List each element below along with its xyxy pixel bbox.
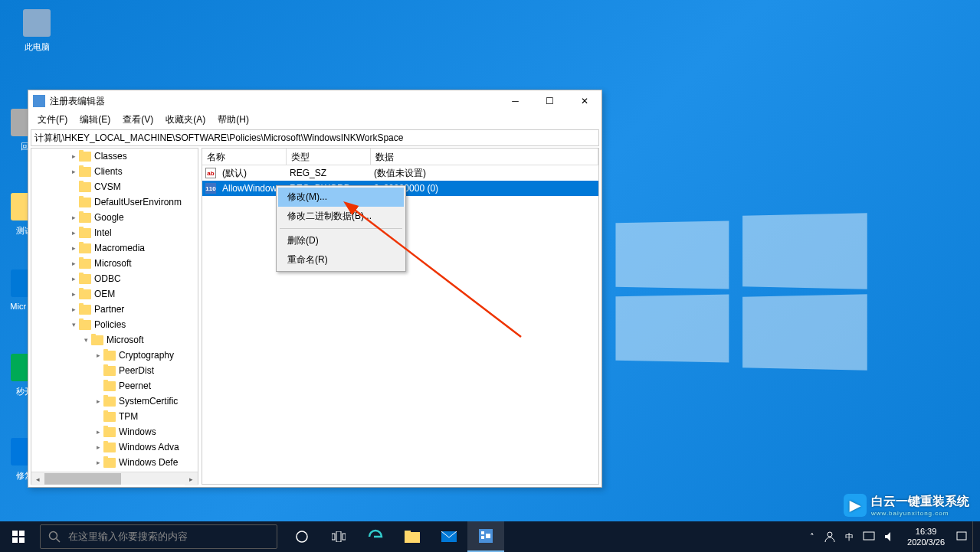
svg-rect-13 <box>486 534 490 538</box>
menu-item[interactable]: 帮助(H) <box>211 112 255 128</box>
regedit-taskbar-icon[interactable] <box>467 521 504 552</box>
tree-expander-icon[interactable]: ▸ <box>93 351 103 359</box>
folder-icon <box>79 320 91 330</box>
tree-label: Intel <box>94 227 112 238</box>
tree-node[interactable]: ▸Microsoft <box>31 256 198 271</box>
tree-expander-icon[interactable]: ▸ <box>93 459 103 466</box>
tree-expander-icon[interactable]: ▸ <box>93 428 103 436</box>
tree-expander-icon[interactable]: ▸ <box>68 260 79 267</box>
tree-expander-icon[interactable]: ▾ <box>68 321 79 328</box>
taskview-icon[interactable] <box>320 521 357 552</box>
search-box[interactable]: 在这里输入你要搜索的内容 <box>40 524 277 549</box>
edge-icon[interactable] <box>357 521 394 552</box>
tree-expander-icon[interactable]: ▸ <box>68 290 79 298</box>
tree-expander-icon[interactable]: ▸ <box>93 443 103 451</box>
value-type: REG_SZ <box>285 168 369 178</box>
tree-expander-icon[interactable]: ▸ <box>68 152 79 160</box>
tree-node[interactable]: ▸Partner <box>31 302 198 317</box>
tray-ime-icon[interactable]: 中 <box>841 521 858 552</box>
tree-node[interactable]: ▸Windows <box>31 424 198 439</box>
col-type[interactable]: 类型 <box>287 149 371 165</box>
svg-rect-15 <box>864 532 874 540</box>
start-button[interactable] <box>0 521 37 552</box>
svg-rect-4 <box>332 534 335 540</box>
value-row[interactable]: ab(默认)REG_SZ(数值未设置) <box>202 165 598 181</box>
tree-expander-icon[interactable]: ▾ <box>80 336 91 344</box>
tree-node[interactable]: ▾Microsoft <box>31 332 198 348</box>
col-data[interactable]: 数据 <box>371 149 598 165</box>
tree-panel[interactable]: ▸Classes▸ClientsCVSMDefaultUserEnvironm▸… <box>31 148 198 485</box>
tray-volume-icon[interactable] <box>880 521 901 552</box>
tree-expander-icon[interactable]: ▸ <box>68 305 79 313</box>
tray-people-icon[interactable] <box>819 521 841 552</box>
maximize-button[interactable]: ☐ <box>533 90 567 112</box>
tree-node[interactable]: TPM <box>31 409 198 424</box>
show-desktop-button[interactable] <box>972 521 977 552</box>
tree-expander-icon[interactable]: ▸ <box>68 229 79 237</box>
tree-node[interactable]: ▸OEM <box>31 286 198 302</box>
tree-expander-icon[interactable]: ▸ <box>68 244 79 252</box>
tree-label: CVSM <box>94 181 121 192</box>
tree-node[interactable]: PeerDist <box>31 363 198 378</box>
tree-node[interactable]: DefaultUserEnvironm <box>31 194 198 210</box>
col-name[interactable]: 名称 <box>202 149 287 165</box>
cortana-icon[interactable] <box>284 521 320 552</box>
context-menu-item[interactable]: 删除(D) <box>278 231 404 250</box>
svg-rect-6 <box>343 534 346 540</box>
svg-rect-7 <box>405 532 420 543</box>
folder-icon <box>79 305 91 315</box>
list-header[interactable]: 名称 类型 数据 <box>202 149 598 165</box>
tray-notifications-icon[interactable] <box>951 521 972 552</box>
tree-node[interactable]: ▸Windows Adva <box>31 439 198 455</box>
menu-item[interactable]: 文件(F) <box>31 112 74 128</box>
tree-expander-icon[interactable]: ▸ <box>68 168 79 175</box>
tree-node[interactable]: ▸Cryptography <box>31 348 198 363</box>
menu-item[interactable]: 查看(V) <box>116 112 159 128</box>
value-name: AllowWindows <box>218 183 285 194</box>
titlebar[interactable]: 注册表编辑器 ─ ☐ ✕ <box>28 90 601 112</box>
context-menu-separator <box>280 228 402 229</box>
tree-node[interactable]: CVSM <box>31 179 198 194</box>
tree-node[interactable]: ▸Intel <box>31 225 198 240</box>
tree-node[interactable]: ▸Clients <box>31 164 198 179</box>
explorer-icon[interactable] <box>394 521 431 552</box>
tree-node[interactable]: ▸Windows Defe <box>31 455 198 470</box>
folder-icon <box>103 427 116 437</box>
tree-node[interactable]: Peernet <box>31 378 198 394</box>
tray-network-icon[interactable] <box>858 521 880 552</box>
desktop-icon-pc[interactable]: 此电脑 <box>14 8 60 53</box>
values-panel[interactable]: 名称 类型 数据 ab(默认)REG_SZ(数值未设置)110AllowWind… <box>202 148 599 485</box>
tree-node[interactable]: ▸Macromedia <box>31 240 198 256</box>
tree-expander-icon[interactable]: ▸ <box>93 397 103 405</box>
tree-hscroll[interactable]: ◂▸ <box>31 472 198 485</box>
folder-icon <box>79 152 91 162</box>
context-menu-item[interactable]: 修改(M)... <box>278 188 404 207</box>
tree-node[interactable]: ▸Classes <box>31 149 198 164</box>
close-button[interactable]: ✕ <box>567 90 601 112</box>
minimize-button[interactable]: ─ <box>498 90 533 112</box>
address-bar[interactable]: 计算机\HKEY_LOCAL_MACHINE\SOFTWARE\Policies… <box>31 129 599 146</box>
menu-item[interactable]: 编辑(E) <box>74 112 116 128</box>
svg-rect-11 <box>481 531 484 534</box>
mail-icon[interactable] <box>431 521 467 552</box>
tree-node[interactable]: ▾Policies <box>31 317 198 332</box>
svg-point-3 <box>297 531 307 542</box>
tree-node[interactable]: ▸ODBC <box>31 271 198 286</box>
folder-icon <box>103 381 116 391</box>
tree-label: Windows Defe <box>119 457 178 468</box>
folder-icon <box>79 198 91 207</box>
tree-expander-icon[interactable]: ▸ <box>68 214 79 221</box>
tray-up-icon[interactable]: ˄ <box>805 521 819 552</box>
taskbar-clock[interactable]: 16:39 2020/3/26 <box>901 526 951 548</box>
context-menu-item[interactable]: 修改二进制数据(B)... <box>278 207 404 226</box>
tree-expander-icon[interactable]: ▸ <box>68 275 79 283</box>
systray: ˄ 中 16:39 2020/3/26 <box>805 521 980 552</box>
tree-label: Microsoft <box>107 335 144 345</box>
tree-node[interactable]: ▸SystemCertific <box>31 394 198 409</box>
menu-item[interactable]: 收藏夹(A) <box>159 112 211 128</box>
menubar: 文件(F)编辑(E)查看(V)收藏夹(A)帮助(H) <box>28 112 601 129</box>
tree-label: Microsoft <box>94 258 132 269</box>
context-menu-item[interactable]: 重命名(R) <box>278 250 404 269</box>
watermark-logo-icon: ▶ <box>844 494 867 517</box>
tree-node[interactable]: ▸Google <box>31 210 198 225</box>
